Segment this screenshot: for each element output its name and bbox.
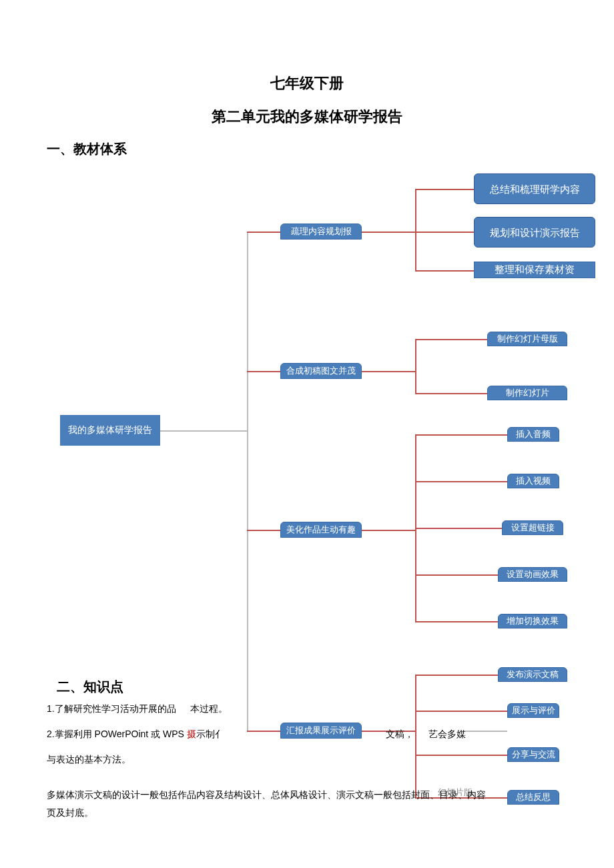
tree-leaf-1a-2: 规划和设计演示报告	[474, 217, 595, 248]
tree-mid-2: 合成初稿图文并茂	[280, 363, 362, 379]
page-title: 七年级下册	[0, 73, 614, 93]
connector	[362, 371, 415, 372]
tree-leaf-1b-1: 制作幻灯片母版	[487, 332, 567, 346]
connector	[415, 189, 416, 270]
connector	[247, 530, 280, 531]
knowledge-point-2a: 2.掌握利用 POWerPOint 或 WPS 摄示制亻	[47, 727, 224, 741]
tree-leaf-1d-1: 发布演示文稿	[498, 667, 567, 682]
connector	[415, 189, 474, 190]
connector	[460, 731, 507, 732]
connector	[415, 574, 498, 576]
connector	[415, 434, 507, 436]
tree-root: 我的多媒体研学报告	[60, 415, 160, 446]
knowledge-point-1b: 本过程。	[190, 702, 228, 716]
tree-leaf-1a-3: 整理和保存素材资	[474, 262, 595, 278]
connector	[415, 675, 498, 676]
section-heading-1: 一、教材体系	[47, 140, 127, 158]
tree-leaf-1c-5: 增加切换效果	[498, 614, 567, 628]
tree-mid-3: 美化作品生动有趣	[280, 522, 362, 538]
tree-leaf-1c-3: 设置超链接	[502, 520, 563, 535]
knowledge-point-3: 与表达的基本方法。	[47, 753, 131, 767]
tree-leaf-1d-4: 总结反思	[507, 790, 559, 805]
tree-leaf-1d-3: 分享与交流	[507, 747, 559, 762]
knowledge-point-2b: 文稿，	[386, 727, 414, 741]
knowledge-point-2c: 艺会多媒	[428, 727, 466, 741]
connector	[415, 232, 474, 233]
connector	[415, 339, 487, 340]
tree-leaf-1c-1: 插入音频	[507, 427, 559, 442]
tree-leaf-1b-2: 制作幻灯片	[487, 386, 567, 400]
connector	[247, 232, 248, 731]
paragraph-2: 多媒体演示文稿的设计一般包括作品内容及结构设计、总体风格设计、演示文稿一般包括封…	[47, 786, 487, 821]
tree-leaf-1c-2: 插入视频	[507, 474, 559, 488]
connector	[415, 270, 474, 272]
connector	[415, 528, 502, 529]
kp2-part1: 2.掌握利用 POWerPOint 或 WPS	[47, 729, 187, 739]
connector	[247, 731, 280, 732]
connector	[247, 371, 280, 372]
connector	[160, 430, 247, 432]
knowledge-point-1a: 1.了解研究性学习活动开展的品	[47, 702, 176, 716]
connector	[415, 755, 507, 756]
connector	[415, 711, 507, 712]
connector	[415, 393, 487, 394]
section-heading-2: 二、知识点	[57, 678, 123, 696]
tree-mid-1: 疏理内容规划报	[280, 224, 362, 240]
tree-leaf-1c-4: 设置动画效果	[498, 567, 567, 582]
tree-leaf-1d-2: 展示与评价	[507, 703, 559, 718]
connector	[415, 339, 416, 394]
tree-mid-4: 汇报成果展示评价	[280, 723, 362, 739]
kp2-part2: 示制亻	[196, 729, 224, 739]
page-subtitle: 第二单元我的多媒体研学报告	[0, 107, 614, 127]
connector	[415, 675, 416, 798]
connector	[247, 232, 280, 233]
connector	[362, 232, 415, 233]
tree-leaf-1a-1: 总结和梳理研学内容	[474, 173, 595, 204]
connector	[415, 621, 498, 622]
kp2-red: 摄	[187, 729, 196, 739]
connector	[415, 481, 507, 482]
connector	[362, 530, 415, 531]
